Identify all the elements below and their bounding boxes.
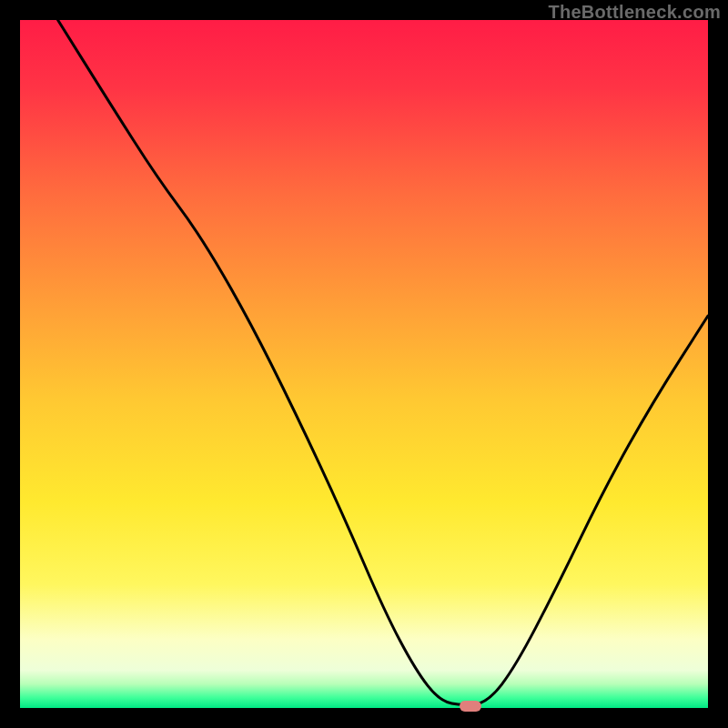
optimal-point-marker (460, 701, 481, 712)
chart-frame: TheBottleneck.com (0, 0, 728, 728)
plot-area (20, 20, 708, 708)
watermark-text: TheBottleneck.com (548, 2, 721, 23)
bottleneck-chart (20, 20, 708, 708)
